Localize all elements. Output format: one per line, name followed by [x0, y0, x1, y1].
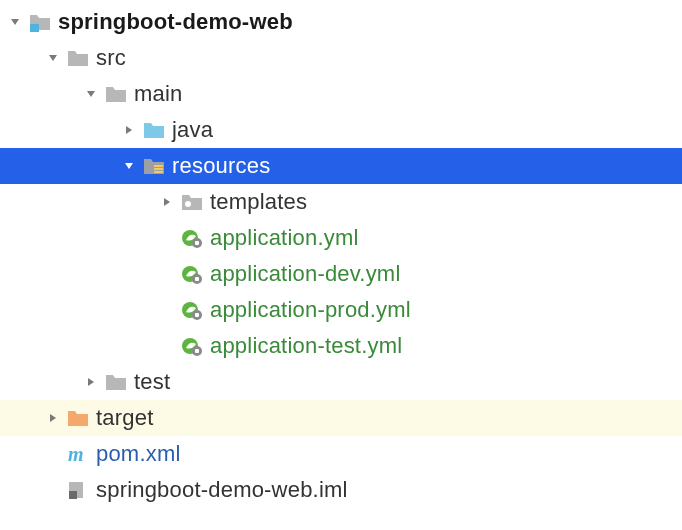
- svg-rect-1: [154, 165, 163, 167]
- tree-label: springboot-demo-web.iml: [96, 477, 348, 503]
- tree-row-pom[interactable]: m pom.xml: [0, 436, 682, 472]
- folder-icon: [180, 192, 204, 212]
- svg-rect-3: [154, 171, 163, 173]
- tree-row-templates[interactable]: templates: [0, 184, 682, 220]
- tree-label: main: [134, 81, 183, 107]
- svg-text:m: m: [68, 444, 84, 464]
- svg-rect-0: [30, 24, 39, 32]
- svg-point-4: [185, 201, 191, 207]
- collapse-arrow-icon[interactable]: [158, 193, 176, 211]
- tree-label: springboot-demo-web: [58, 9, 293, 35]
- folder-icon: [104, 84, 128, 104]
- module-file-icon: [66, 480, 90, 500]
- tree-row-test[interactable]: test: [0, 364, 682, 400]
- excluded-folder-icon: [66, 408, 90, 428]
- svg-rect-19: [69, 491, 77, 499]
- tree-row-file-app-test[interactable]: application-test.yml: [0, 328, 682, 364]
- tree-row-main[interactable]: main: [0, 76, 682, 112]
- tree-label: application-dev.yml: [210, 261, 400, 287]
- spring-config-icon: [180, 228, 204, 248]
- tree-row-file-app-yml[interactable]: application.yml: [0, 220, 682, 256]
- tree-row-file-app-prod[interactable]: application-prod.yml: [0, 292, 682, 328]
- svg-rect-10: [195, 277, 199, 281]
- tree-label: pom.xml: [96, 441, 181, 467]
- expand-arrow-icon[interactable]: [120, 157, 138, 175]
- tree-row-target[interactable]: target: [0, 400, 682, 436]
- spring-config-icon: [180, 336, 204, 356]
- folder-icon: [66, 48, 90, 68]
- tree-row-src[interactable]: src: [0, 40, 682, 76]
- tree-label: test: [134, 369, 170, 395]
- tree-label: target: [96, 405, 153, 431]
- module-folder-icon: [28, 12, 52, 32]
- tree-label: src: [96, 45, 126, 71]
- collapse-arrow-icon[interactable]: [82, 373, 100, 391]
- tree-label: templates: [210, 189, 307, 215]
- spring-config-icon: [180, 300, 204, 320]
- resources-folder-icon: [142, 156, 166, 176]
- project-tree: springboot-demo-web src main java: [0, 0, 682, 508]
- tree-row-resources[interactable]: resources: [0, 148, 682, 184]
- maven-icon: m: [66, 444, 90, 464]
- svg-rect-16: [195, 349, 199, 353]
- folder-icon: [104, 372, 128, 392]
- expand-arrow-icon[interactable]: [6, 13, 24, 31]
- tree-label: application-prod.yml: [210, 297, 411, 323]
- tree-row-file-app-dev[interactable]: application-dev.yml: [0, 256, 682, 292]
- svg-rect-2: [154, 168, 163, 170]
- source-folder-icon: [142, 120, 166, 140]
- spring-config-icon: [180, 264, 204, 284]
- tree-label: java: [172, 117, 213, 143]
- collapse-arrow-icon[interactable]: [120, 121, 138, 139]
- expand-arrow-icon[interactable]: [82, 85, 100, 103]
- tree-row-java[interactable]: java: [0, 112, 682, 148]
- tree-label: application.yml: [210, 225, 359, 251]
- tree-label: application-test.yml: [210, 333, 402, 359]
- svg-rect-7: [195, 241, 199, 245]
- svg-rect-13: [195, 313, 199, 317]
- collapse-arrow-icon[interactable]: [44, 409, 62, 427]
- tree-row-root[interactable]: springboot-demo-web: [0, 4, 682, 40]
- expand-arrow-icon[interactable]: [44, 49, 62, 67]
- tree-row-iml[interactable]: springboot-demo-web.iml: [0, 472, 682, 508]
- tree-label: resources: [172, 153, 270, 179]
